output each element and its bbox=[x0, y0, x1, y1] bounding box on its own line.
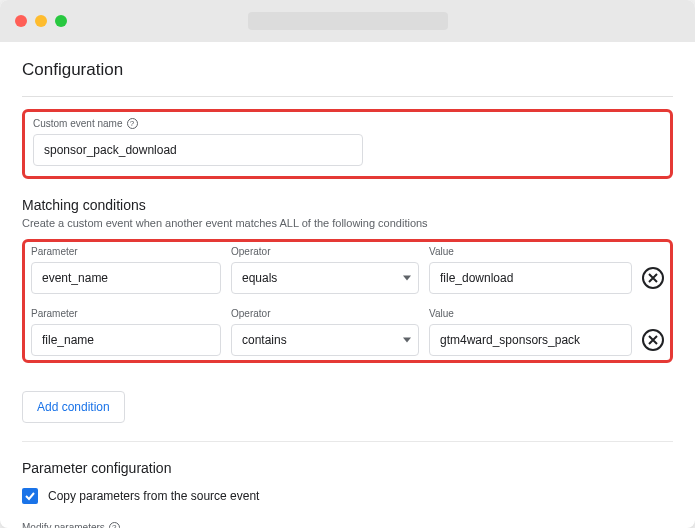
custom-event-label: Custom event name ? bbox=[33, 118, 662, 129]
value-input[interactable] bbox=[429, 262, 632, 294]
condition-row: Parameter Operator Value bbox=[31, 246, 664, 294]
custom-event-input[interactable] bbox=[33, 134, 363, 166]
copy-params-row: Copy parameters from the source event bbox=[22, 488, 673, 504]
operator-value[interactable] bbox=[231, 262, 419, 294]
value-label: Value bbox=[429, 308, 632, 319]
titlebar bbox=[0, 0, 695, 42]
copy-params-checkbox[interactable] bbox=[22, 488, 38, 504]
remove-condition-button[interactable] bbox=[642, 329, 664, 351]
value-input[interactable] bbox=[429, 324, 632, 356]
operator-value[interactable] bbox=[231, 324, 419, 356]
remove-condition-button[interactable] bbox=[642, 267, 664, 289]
close-icon bbox=[648, 335, 658, 345]
window: Configuration Custom event name ? Matchi… bbox=[0, 0, 695, 528]
value-label: Value bbox=[429, 246, 632, 257]
parameter-label: Parameter bbox=[31, 246, 221, 257]
divider bbox=[22, 441, 673, 442]
conditions-highlight: Parameter Operator Value bbox=[22, 239, 673, 363]
modify-params-label: Modify parameters ? bbox=[22, 522, 673, 528]
operator-select[interactable] bbox=[231, 324, 419, 356]
param-config-title: Parameter configuration bbox=[22, 460, 673, 476]
custom-event-highlight: Custom event name ? bbox=[22, 109, 673, 179]
content-area: Configuration Custom event name ? Matchi… bbox=[0, 42, 695, 528]
operator-label: Operator bbox=[231, 308, 419, 319]
close-window-button[interactable] bbox=[15, 15, 27, 27]
parameter-input[interactable] bbox=[31, 324, 221, 356]
close-icon bbox=[648, 273, 658, 283]
chevron-down-icon bbox=[403, 276, 411, 281]
operator-select[interactable] bbox=[231, 262, 419, 294]
help-icon[interactable]: ? bbox=[127, 118, 138, 129]
matching-title: Matching conditions bbox=[22, 197, 673, 213]
check-icon bbox=[24, 490, 36, 502]
minimize-window-button[interactable] bbox=[35, 15, 47, 27]
modify-params-text: Modify parameters bbox=[22, 522, 105, 528]
page-title: Configuration bbox=[22, 60, 673, 80]
parameter-label: Parameter bbox=[31, 308, 221, 319]
condition-row: Parameter Operator Value bbox=[31, 308, 664, 356]
copy-params-label: Copy parameters from the source event bbox=[48, 489, 259, 503]
add-condition-button[interactable]: Add condition bbox=[22, 391, 125, 423]
address-bar[interactable] bbox=[248, 12, 448, 30]
maximize-window-button[interactable] bbox=[55, 15, 67, 27]
help-icon[interactable]: ? bbox=[109, 522, 120, 528]
matching-subtitle: Create a custom event when another event… bbox=[22, 217, 673, 229]
traffic-lights bbox=[15, 15, 67, 27]
chevron-down-icon bbox=[403, 338, 411, 343]
parameter-input[interactable] bbox=[31, 262, 221, 294]
custom-event-label-text: Custom event name bbox=[33, 118, 123, 129]
operator-label: Operator bbox=[231, 246, 419, 257]
